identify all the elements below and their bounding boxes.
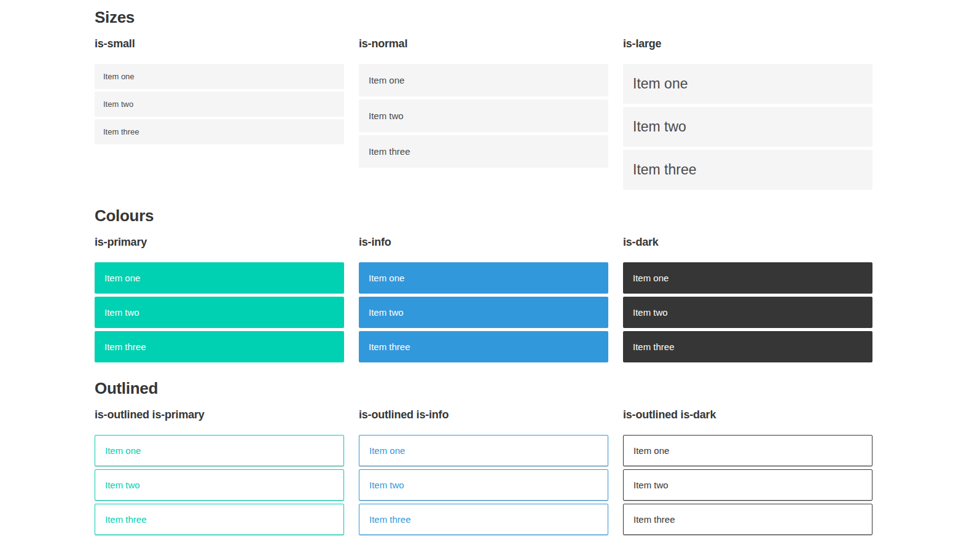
item-list-info: Item one Item two Item three (359, 262, 608, 362)
list-item[interactable]: Item one (623, 435, 872, 466)
list-item[interactable]: Item three (95, 119, 344, 144)
list-item[interactable]: Item one (95, 64, 344, 89)
group-label-is-normal: is-normal (359, 37, 608, 51)
list-item[interactable]: Item one (623, 64, 872, 104)
sizes-columns: is-small Item one Item two Item three is… (95, 37, 872, 193)
group-is-outlined-is-dark: is-outlined is-dark Item one Item two It… (623, 408, 872, 538)
list-item[interactable]: Item two (95, 92, 344, 117)
list-item[interactable]: Item three (95, 331, 344, 362)
list-item[interactable]: Item two (623, 297, 872, 328)
list-item[interactable]: Item three (623, 150, 872, 190)
list-item[interactable]: Item three (359, 331, 608, 362)
list-item[interactable]: Item three (359, 504, 608, 535)
group-is-outlined-is-primary: is-outlined is-primary Item one Item two… (95, 408, 344, 538)
section-colours: Colours is-primary Item one Item two Ite… (95, 206, 872, 365)
list-item[interactable]: Item two (623, 469, 872, 501)
list-item[interactable]: Item one (359, 64, 608, 96)
section-title-outlined: Outlined (95, 379, 872, 397)
group-is-primary: is-primary Item one Item two Item three (95, 235, 344, 365)
list-item[interactable]: Item two (623, 107, 872, 147)
outlined-columns: is-outlined is-primary Item one Item two… (95, 408, 872, 538)
item-list-outlined-primary: Item one Item two Item three (95, 435, 344, 535)
group-label-is-dark: is-dark (623, 235, 872, 249)
item-list-small: Item one Item two Item three (95, 64, 344, 144)
group-is-large: is-large Item one Item two Item three (623, 37, 872, 193)
section-sizes: Sizes is-small Item one Item two Item th… (95, 8, 872, 193)
list-item[interactable]: Item three (95, 504, 344, 535)
list-item[interactable]: Item one (623, 262, 872, 294)
group-is-small: is-small Item one Item two Item three (95, 37, 344, 193)
list-item[interactable]: Item two (95, 469, 344, 501)
section-outlined: Outlined is-outlined is-primary Item one… (95, 379, 872, 538)
group-label-is-large: is-large (623, 37, 872, 51)
group-is-normal: is-normal Item one Item two Item three (359, 37, 608, 193)
item-list-outlined-info: Item one Item two Item three (359, 435, 608, 535)
group-label-is-outlined-is-info: is-outlined is-info (359, 408, 608, 422)
item-list-normal: Item one Item two Item three (359, 64, 608, 168)
list-item[interactable]: Item two (359, 469, 608, 501)
group-is-outlined-is-info: is-outlined is-info Item one Item two It… (359, 408, 608, 538)
group-is-dark: is-dark Item one Item two Item three (623, 235, 872, 365)
list-item[interactable]: Item three (359, 135, 608, 168)
group-label-is-outlined-is-dark: is-outlined is-dark (623, 408, 872, 422)
item-list-primary: Item one Item two Item three (95, 262, 344, 362)
list-item[interactable]: Item one (95, 262, 344, 294)
group-is-info: is-info Item one Item two Item three (359, 235, 608, 365)
list-component-demo-page: Sizes is-small Item one Item two Item th… (0, 0, 872, 551)
list-item[interactable]: Item one (95, 435, 344, 466)
list-item[interactable]: Item two (95, 297, 344, 328)
group-label-is-primary: is-primary (95, 235, 344, 249)
section-title-sizes: Sizes (95, 8, 872, 26)
list-item[interactable]: Item two (359, 297, 608, 328)
list-item[interactable]: Item two (359, 100, 608, 132)
list-item[interactable]: Item three (623, 331, 872, 362)
item-list-large: Item one Item two Item three (623, 64, 872, 190)
list-item[interactable]: Item one (359, 262, 608, 294)
list-item[interactable]: Item three (623, 504, 872, 535)
item-list-outlined-dark: Item one Item two Item three (623, 435, 872, 535)
group-label-is-info: is-info (359, 235, 608, 249)
colours-columns: is-primary Item one Item two Item three … (95, 235, 872, 365)
item-list-dark: Item one Item two Item three (623, 262, 872, 362)
section-title-colours: Colours (95, 206, 872, 225)
group-label-is-outlined-is-primary: is-outlined is-primary (95, 408, 344, 422)
list-item[interactable]: Item one (359, 435, 608, 466)
group-label-is-small: is-small (95, 37, 344, 51)
